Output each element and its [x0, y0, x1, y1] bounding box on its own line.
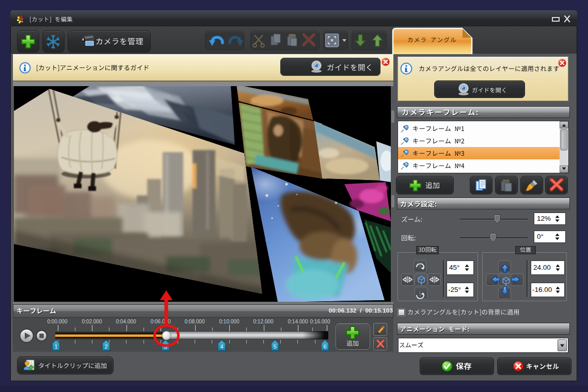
svg-text:6: 6 — [323, 344, 326, 350]
svg-text:2: 2 — [104, 344, 107, 350]
svg-text:1: 1 — [54, 344, 57, 350]
svg-text:5: 5 — [273, 344, 276, 350]
svg-text:4: 4 — [220, 344, 223, 350]
